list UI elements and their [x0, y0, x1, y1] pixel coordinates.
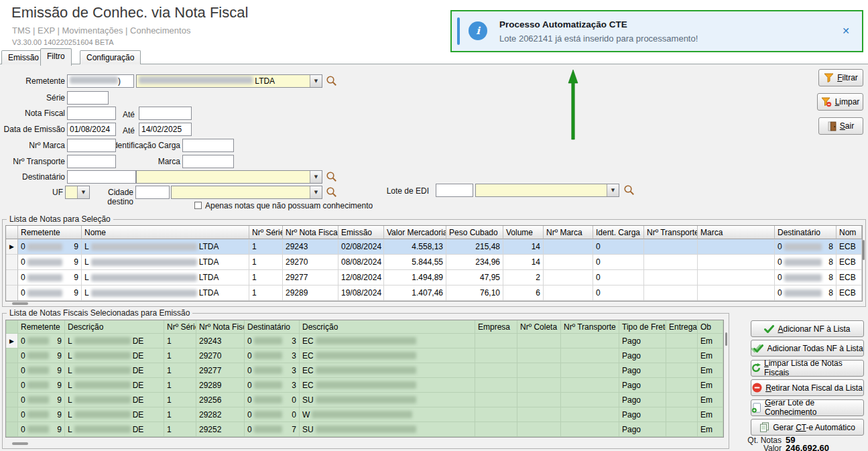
- column-header[interactable]: Nrº Transporte: [561, 320, 619, 334]
- nr-marca-input[interactable]: [67, 139, 116, 152]
- ate-label-2: Até: [123, 126, 135, 135]
- sair-button[interactable]: Sair: [818, 117, 863, 135]
- table-row[interactable]: 09LDE12928200WPagoEm: [6, 407, 723, 422]
- gerar-cte-button[interactable]: Gerar CT-e Automático: [751, 419, 864, 436]
- redacted-text: [27, 396, 49, 403]
- table-row[interactable]: 09LDE12927703ECPagoEm: [6, 363, 723, 378]
- table-row[interactable]: 09LLTDA12927712/08/20241.494,8947,952008…: [6, 270, 862, 285]
- column-header[interactable]: Volume: [503, 226, 544, 239]
- adicionar-todas-nf-button[interactable]: Adicionar Todas NF à Lista: [751, 340, 864, 357]
- table-cell: 1: [164, 348, 196, 363]
- column-header[interactable]: Emissão: [338, 226, 384, 239]
- table-row[interactable]: 09LDE12925207SUPagoEm: [6, 422, 723, 437]
- column-header[interactable]: Nrº Série: [249, 226, 283, 239]
- chevron-down-icon[interactable]: ▼: [77, 186, 89, 198]
- search-icon[interactable]: [326, 186, 337, 198]
- table-cell: 03: [245, 348, 300, 363]
- column-header[interactable]: Empresa: [475, 320, 517, 334]
- table-cell: [666, 407, 698, 422]
- column-header[interactable]: Ob: [698, 320, 723, 334]
- column-header[interactable]: Nrº Série: [164, 320, 196, 334]
- column-header[interactable]: Destinatário: [775, 226, 836, 239]
- gerar-lote-button[interactable]: Gerar Lote de Conhecimento: [751, 399, 864, 416]
- table-cell: 234,96: [446, 255, 503, 270]
- serie-input[interactable]: [67, 91, 109, 105]
- column-header[interactable]: Descrição: [300, 320, 475, 334]
- tab-emissao[interactable]: Emissão: [1, 50, 46, 64]
- table-cell: 215,48: [446, 239, 503, 255]
- cidade-destino-code-input[interactable]: [135, 186, 170, 199]
- table-cell: 19/08/2024: [338, 285, 384, 301]
- retirar-nf-button[interactable]: Retirar Nota Fiscal da Lista: [751, 379, 864, 396]
- table-row[interactable]: 09LDE12925600SUPagoEm: [6, 393, 723, 407]
- h-scrollbar-thumb[interactable]: [12, 442, 28, 445]
- chevron-down-icon[interactable]: ▼: [310, 186, 322, 198]
- nr-transporte-input[interactable]: [67, 155, 116, 168]
- search-icon[interactable]: [326, 171, 337, 182]
- h-scrollbar-thumb[interactable]: [12, 302, 28, 305]
- column-header[interactable]: Valor Mercadoria: [384, 226, 446, 239]
- v-scrollbar-thumb[interactable]: [863, 240, 865, 260]
- data-emissao-ate-input[interactable]: 14/02/2025: [139, 123, 192, 136]
- table-row[interactable]: ▶09LLTDA12924302/08/20244.558,13215,4814…: [6, 239, 862, 255]
- apenas-notas-checkbox[interactable]: [194, 202, 202, 209]
- column-header[interactable]: Nrº Marca: [544, 226, 593, 239]
- nota-fiscal-de-input[interactable]: [67, 107, 116, 120]
- tab-configuracao[interactable]: Configuração: [80, 50, 141, 64]
- redacted-text: [27, 352, 49, 359]
- chevron-down-icon[interactable]: ▼: [310, 171, 322, 183]
- table-cell: 1: [249, 270, 283, 285]
- column-header[interactable]: Nrº Transporte: [644, 226, 698, 239]
- ident-carga-input[interactable]: [182, 139, 234, 152]
- remetente-code-input[interactable]: ): [67, 74, 134, 88]
- column-header[interactable]: Nome: [82, 226, 249, 239]
- redacted-text: [27, 259, 62, 266]
- v-scrollbar-thumb[interactable]: [725, 332, 727, 346]
- column-header[interactable]: Tipo de Frete: [619, 320, 666, 334]
- table-cell: [517, 422, 561, 437]
- column-header[interactable]: Remetente: [18, 226, 82, 239]
- table-cell: 00: [245, 407, 300, 422]
- cidade-destino-combo[interactable]: ▼: [171, 186, 322, 199]
- lote-edi-combo[interactable]: ▼: [475, 184, 619, 197]
- limpar-lista-button[interactable]: Limpar Lista de Notas Fiscais: [751, 360, 864, 377]
- adicionar-nf-button[interactable]: Adicionar NF à Lista: [751, 320, 864, 337]
- column-header[interactable]: Nom: [836, 226, 862, 239]
- column-header[interactable]: Destinatário: [245, 320, 300, 334]
- destinatario-combo[interactable]: ▼: [136, 170, 322, 184]
- table-cell: ECB: [836, 285, 862, 301]
- search-icon[interactable]: [326, 75, 337, 86]
- table-cell: [517, 334, 561, 348]
- filtrar-button[interactable]: Filtrar: [818, 69, 863, 86]
- tab-filtro[interactable]: Filtro: [40, 48, 72, 66]
- column-header[interactable]: Entrega: [666, 320, 698, 334]
- table-row[interactable]: 09LDE12928903ECPagoEm: [6, 378, 723, 393]
- destinatario-code-input[interactable]: [67, 170, 136, 184]
- column-header[interactable]: Marca: [698, 226, 775, 239]
- table-cell: 29243: [196, 334, 245, 348]
- remetente-combo[interactable]: LTDA ▼: [136, 74, 322, 88]
- column-header[interactable]: Descrição: [65, 320, 164, 334]
- column-header[interactable]: Nrº Nota Fiscal: [283, 226, 338, 239]
- table-row[interactable]: 09LLTDA12927008/08/20245.844,55234,96140…: [6, 255, 862, 270]
- table-row[interactable]: 09LLTDA12928919/08/20241.407,4676,106008…: [6, 285, 862, 301]
- chevron-down-icon[interactable]: ▼: [310, 75, 322, 87]
- column-header[interactable]: Peso Cubado: [446, 226, 503, 239]
- column-header[interactable]: Ident. Carga: [593, 226, 644, 239]
- table-row[interactable]: 09LDE12927003ECPagoEm: [6, 348, 723, 363]
- nota-fiscal-ate-input[interactable]: [139, 107, 192, 120]
- marca-input[interactable]: [182, 155, 234, 168]
- data-emissao-de-input[interactable]: 01/08/2024: [67, 123, 116, 136]
- lote-edi-input[interactable]: [436, 184, 473, 197]
- column-header[interactable]: Remetente: [18, 320, 65, 334]
- close-icon[interactable]: ✕: [842, 25, 850, 36]
- table-row[interactable]: ▶09LDE12924303ECPagoEm: [6, 334, 723, 348]
- limpar-button[interactable]: Limpar: [817, 93, 863, 111]
- refresh-icon: [751, 363, 761, 373]
- column-header[interactable]: Nrº Nota Fiscal: [196, 320, 245, 334]
- table-cell: [666, 422, 698, 437]
- search-icon[interactable]: [623, 184, 635, 196]
- chevron-down-icon[interactable]: ▼: [607, 184, 619, 196]
- uf-combo[interactable]: ▼: [65, 186, 90, 199]
- column-header[interactable]: Nrº Coleta: [517, 320, 561, 334]
